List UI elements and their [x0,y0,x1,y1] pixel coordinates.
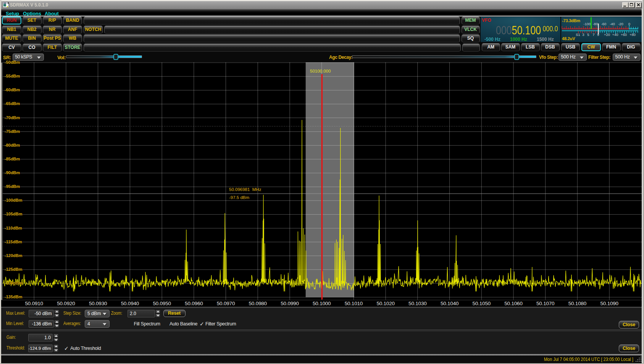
svg-text:S1: S1 [576,32,580,37]
svg-text:+80: +80 [629,32,636,37]
svg-text:50100.000: 50100.000 [310,69,331,73]
svg-text:-40: -40 [610,22,615,26]
svg-text:-100: -100 [583,22,591,26]
svg-text:0: 0 [628,22,630,26]
svg-text:-80: -80 [593,22,598,26]
svg-text:+60: +60 [621,32,627,37]
svg-text:-20: -20 [618,22,623,26]
svg-text:5: 5 [587,32,589,37]
svg-text:-60: -60 [601,22,607,26]
svg-text:+20: +20 [604,32,610,37]
svg-text:7: 7 [592,32,594,37]
svg-text:3: 3 [582,32,584,37]
svg-text:+40: +40 [612,32,618,37]
